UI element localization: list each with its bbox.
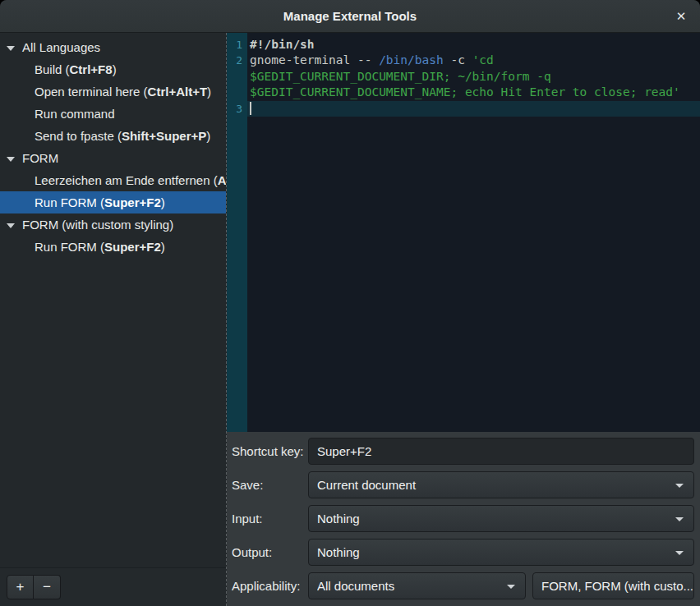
code-line-content: #!/bin/sh [247,37,700,53]
right-pane: 1#!/bin/sh2gnome-terminal -- /bin/bash -… [227,33,700,606]
input-dropdown-value: Nothing [317,512,675,526]
tree-item-label: FORM (with custom styling) [22,218,173,232]
tree-item[interactable]: Run FORM (Super+F2) [0,236,226,258]
chevron-down-icon [507,585,515,589]
shortcut-key-value: Super+F2 [317,444,371,458]
tree-item[interactable]: Build (Ctrl+F8) [0,58,226,80]
applicability-dropdown-value: All documents [317,579,507,593]
output-dropdown-value: Nothing [317,545,675,559]
title-bar[interactable]: Manage External Tools ✕ [0,0,700,33]
expander-down-icon[interactable] [7,157,15,162]
line-number [227,85,247,100]
shortcut-key-row: Shortcut key: Super+F2 [231,438,694,465]
input-dropdown[interactable]: Nothing [308,505,694,532]
remove-tool-button[interactable]: − [34,575,61,599]
tree-item[interactable]: Leerzeichen am Ende entfernen (Alt [0,169,226,191]
tree-item[interactable]: Send to fpaste (Shift+Super+P) [0,125,226,147]
tools-tree[interactable]: All LanguagesBuild (Ctrl+F8)Open termina… [0,33,226,567]
code-line[interactable]: 2gnome-terminal -- /bin/bash -c 'cd [227,53,700,68]
expander-down-icon[interactable] [7,46,15,51]
code-line[interactable]: $GEDIT_CURRENT_DOCUMENT_DIR; ~/bin/form … [227,69,700,85]
code-line-content: $GEDIT_CURRENT_DOCUMENT_DIR; ~/bin/form … [247,69,700,85]
tree-category[interactable]: FORM (with custom styling) [0,213,226,236]
window-title: Manage External Tools [283,9,417,23]
tree-toolbar: + − [0,567,226,606]
tree-item-label: Run FORM (Super+F2) [35,195,165,209]
applicability-row: Applicability: All documents FORM, FORM … [231,572,694,599]
languages-button-label: FORM, FORM (with custo... [541,579,693,593]
tree-item-label: Leerzeichen am Ende entfernen (Alt [35,173,226,187]
plus-icon: + [16,579,25,595]
tree-item-label: Run command [35,107,115,121]
save-dropdown[interactable]: Current document [308,471,694,498]
save-row: Save: Current document [231,471,694,498]
tree-category[interactable]: FORM [0,147,226,169]
input-row: Input: Nothing [231,505,694,532]
tool-properties-panel: Shortcut key: Super+F2 Save: Current doc… [227,432,700,606]
tree-item-label: All Languages [22,40,100,54]
tree-item-label: Build (Ctrl+F8) [35,62,117,76]
tree-item[interactable]: Open terminal here (Ctrl+Alt+T) [0,80,226,103]
manage-external-tools-dialog: Manage External Tools ✕ All LanguagesBui… [0,0,700,606]
text-cursor [250,102,251,115]
line-number [227,69,247,85]
expander-down-icon[interactable] [7,223,15,228]
save-label: Save: [231,478,308,492]
save-dropdown-value: Current document [317,478,675,492]
chevron-down-icon [675,551,684,555]
add-tool-button[interactable]: + [7,575,34,599]
applicability-label: Applicability: [231,579,308,593]
close-icon[interactable]: ✕ [671,7,691,26]
tree-item-label: Open terminal here (Ctrl+Alt+T) [35,85,211,99]
code-line[interactable]: $GEDIT_CURRENT_DOCUMENT_NAME; echo Hit E… [227,85,700,100]
tools-sidebar: All LanguagesBuild (Ctrl+F8)Open termina… [0,33,227,606]
tree-item-label: Run FORM (Super+F2) [35,240,165,254]
code-line[interactable]: 3 [227,101,700,117]
tree-category[interactable]: All Languages [0,36,226,58]
chevron-down-icon [675,517,684,521]
line-number: 2 [227,53,247,68]
tree-item-label: Send to fpaste (Shift+Super+P) [35,129,210,143]
applicability-dropdown[interactable]: All documents [308,572,526,599]
languages-button[interactable]: FORM, FORM (with custo... [532,572,694,599]
input-label: Input: [231,512,308,526]
code-line[interactable]: 1#!/bin/sh [227,37,700,53]
chevron-down-icon [675,484,684,488]
line-number: 3 [227,101,247,117]
line-number: 1 [227,37,247,53]
output-row: Output: Nothing [231,539,694,566]
code-line-content: $GEDIT_CURRENT_DOCUMENT_NAME; echo Hit E… [247,85,700,100]
code-line-content: gnome-terminal -- /bin/bash -c 'cd [247,53,700,68]
tree-item[interactable]: Run command [0,103,226,125]
output-dropdown[interactable]: Nothing [308,539,694,566]
dialog-content: All LanguagesBuild (Ctrl+F8)Open termina… [0,33,700,606]
script-editor[interactable]: 1#!/bin/sh2gnome-terminal -- /bin/bash -… [227,33,700,432]
tree-item[interactable]: Run FORM (Super+F2) [0,191,226,213]
minus-icon: − [43,579,51,595]
code-line-content [247,101,700,117]
tree-item-label: FORM [22,151,58,165]
output-label: Output: [231,545,308,559]
shortcut-key-input[interactable]: Super+F2 [308,438,694,465]
shortcut-key-label: Shortcut key: [231,444,308,458]
